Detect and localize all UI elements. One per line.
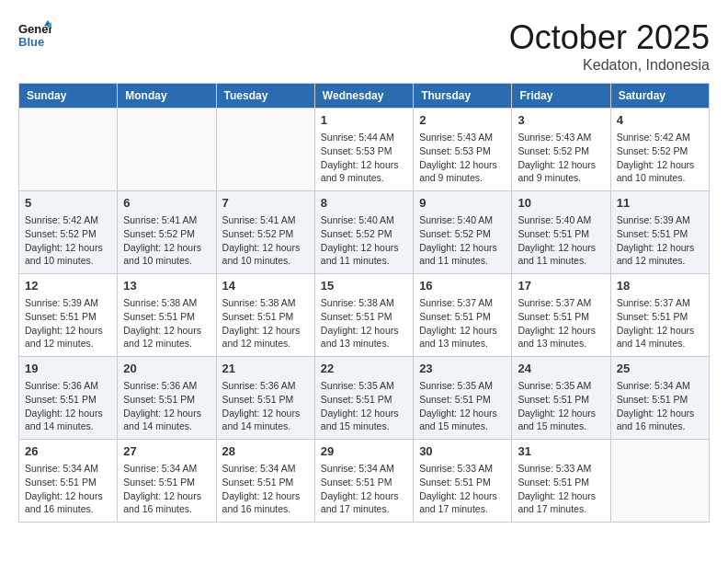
calendar-cell (610, 440, 709, 523)
calendar-cell: 16Sunrise: 5:37 AM Sunset: 5:51 PM Dayli… (414, 274, 512, 357)
day-number: 20 (123, 361, 210, 377)
calendar-cell: 29Sunrise: 5:34 AM Sunset: 5:51 PM Dayli… (314, 440, 413, 523)
day-number: 1 (321, 112, 407, 129)
day-info: Sunrise: 5:36 AM Sunset: 5:51 PM Dayligh… (123, 379, 210, 433)
day-number: 8 (321, 195, 407, 212)
weekday-header: Thursday (414, 84, 512, 109)
calendar-cell (19, 109, 118, 191)
day-info: Sunrise: 5:34 AM Sunset: 5:51 PM Dayligh… (222, 462, 309, 516)
day-number: 4 (617, 112, 703, 129)
calendar-cell: 14Sunrise: 5:38 AM Sunset: 5:51 PM Dayli… (216, 274, 314, 357)
day-info: Sunrise: 5:34 AM Sunset: 5:51 PM Dayligh… (123, 462, 210, 516)
day-info: Sunrise: 5:40 AM Sunset: 5:52 PM Dayligh… (321, 213, 407, 268)
calendar-cell: 25Sunrise: 5:34 AM Sunset: 5:51 PM Dayli… (610, 357, 709, 440)
weekday-header: Monday (118, 84, 216, 109)
day-info: Sunrise: 5:38 AM Sunset: 5:51 PM Dayligh… (123, 296, 210, 350)
calendar-cell: 2Sunrise: 5:43 AM Sunset: 5:53 PM Daylig… (414, 109, 512, 191)
day-info: Sunrise: 5:36 AM Sunset: 5:51 PM Dayligh… (222, 379, 309, 433)
calendar-cell: 31Sunrise: 5:33 AM Sunset: 5:51 PM Dayli… (512, 440, 610, 523)
calendar-cell: 17Sunrise: 5:37 AM Sunset: 5:51 PM Dayli… (512, 274, 610, 357)
calendar-cell: 11Sunrise: 5:39 AM Sunset: 5:51 PM Dayli… (610, 191, 709, 274)
logo: General Blue (18, 18, 51, 52)
day-number: 11 (617, 195, 703, 212)
calendar-cell (118, 109, 216, 191)
calendar-cell: 30Sunrise: 5:33 AM Sunset: 5:51 PM Dayli… (414, 440, 512, 523)
day-number: 31 (518, 443, 604, 460)
calendar-cell (216, 109, 314, 191)
month-title: October 2025 (509, 18, 710, 57)
calendar-cell: 15Sunrise: 5:38 AM Sunset: 5:51 PM Dayli… (314, 274, 413, 357)
day-info: Sunrise: 5:41 AM Sunset: 5:52 PM Dayligh… (123, 213, 210, 268)
day-info: Sunrise: 5:35 AM Sunset: 5:51 PM Dayligh… (419, 379, 506, 433)
day-info: Sunrise: 5:37 AM Sunset: 5:51 PM Dayligh… (419, 296, 506, 350)
calendar-cell: 7Sunrise: 5:41 AM Sunset: 5:52 PM Daylig… (216, 191, 314, 274)
calendar-cell: 18Sunrise: 5:37 AM Sunset: 5:51 PM Dayli… (610, 274, 709, 357)
svg-text:Blue: Blue (18, 35, 44, 49)
page-header: General Blue October 2025 Kedaton, Indon… (18, 18, 710, 74)
day-info: Sunrise: 5:33 AM Sunset: 5:51 PM Dayligh… (518, 462, 604, 516)
calendar-cell: 5Sunrise: 5:42 AM Sunset: 5:52 PM Daylig… (19, 191, 118, 274)
calendar-cell: 13Sunrise: 5:38 AM Sunset: 5:51 PM Dayli… (118, 274, 216, 357)
day-info: Sunrise: 5:40 AM Sunset: 5:51 PM Dayligh… (518, 213, 604, 268)
title-block: October 2025 Kedaton, Indonesia (509, 18, 710, 74)
calendar-cell: 27Sunrise: 5:34 AM Sunset: 5:51 PM Dayli… (118, 440, 216, 523)
day-number: 17 (518, 278, 604, 294)
day-number: 27 (123, 443, 210, 460)
calendar-cell: 6Sunrise: 5:41 AM Sunset: 5:52 PM Daylig… (118, 191, 216, 274)
calendar-cell: 10Sunrise: 5:40 AM Sunset: 5:51 PM Dayli… (512, 191, 610, 274)
day-number: 28 (222, 443, 309, 460)
day-number: 3 (518, 112, 604, 129)
day-number: 13 (123, 278, 210, 294)
day-number: 21 (222, 361, 309, 377)
day-info: Sunrise: 5:35 AM Sunset: 5:51 PM Dayligh… (518, 379, 604, 433)
weekday-header: Sunday (19, 84, 118, 109)
calendar-cell: 28Sunrise: 5:34 AM Sunset: 5:51 PM Dayli… (216, 440, 314, 523)
calendar-week-row: 26Sunrise: 5:34 AM Sunset: 5:51 PM Dayli… (19, 440, 710, 523)
day-number: 15 (321, 278, 407, 294)
day-info: Sunrise: 5:35 AM Sunset: 5:51 PM Dayligh… (321, 379, 407, 433)
calendar-cell: 9Sunrise: 5:40 AM Sunset: 5:52 PM Daylig… (414, 191, 512, 274)
day-number: 5 (25, 195, 111, 212)
day-number: 23 (419, 361, 506, 377)
day-info: Sunrise: 5:44 AM Sunset: 5:53 PM Dayligh… (321, 131, 407, 185)
day-number: 10 (518, 195, 604, 212)
day-info: Sunrise: 5:37 AM Sunset: 5:51 PM Dayligh… (617, 296, 703, 350)
day-info: Sunrise: 5:34 AM Sunset: 5:51 PM Dayligh… (25, 462, 111, 516)
day-info: Sunrise: 5:34 AM Sunset: 5:51 PM Dayligh… (617, 379, 703, 433)
day-number: 24 (518, 361, 604, 377)
day-info: Sunrise: 5:36 AM Sunset: 5:51 PM Dayligh… (25, 379, 111, 433)
day-number: 26 (25, 443, 111, 460)
day-info: Sunrise: 5:39 AM Sunset: 5:51 PM Dayligh… (617, 213, 703, 268)
calendar-table: SundayMondayTuesdayWednesdayThursdayFrid… (18, 83, 710, 523)
calendar-week-row: 5Sunrise: 5:42 AM Sunset: 5:52 PM Daylig… (19, 191, 710, 274)
day-number: 2 (419, 112, 506, 129)
day-number: 19 (25, 361, 111, 377)
day-number: 16 (419, 278, 506, 294)
weekday-header: Tuesday (216, 84, 314, 109)
day-info: Sunrise: 5:43 AM Sunset: 5:53 PM Dayligh… (419, 131, 506, 185)
day-info: Sunrise: 5:38 AM Sunset: 5:51 PM Dayligh… (321, 296, 407, 350)
day-number: 22 (321, 361, 407, 377)
weekday-header: Friday (512, 84, 610, 109)
day-info: Sunrise: 5:42 AM Sunset: 5:52 PM Dayligh… (25, 213, 111, 268)
day-info: Sunrise: 5:39 AM Sunset: 5:51 PM Dayligh… (25, 296, 111, 350)
calendar-cell: 1Sunrise: 5:44 AM Sunset: 5:53 PM Daylig… (314, 109, 413, 191)
calendar-cell: 4Sunrise: 5:42 AM Sunset: 5:52 PM Daylig… (610, 109, 709, 191)
weekday-header-row: SundayMondayTuesdayWednesdayThursdayFrid… (19, 84, 710, 109)
calendar-cell: 26Sunrise: 5:34 AM Sunset: 5:51 PM Dayli… (19, 440, 118, 523)
day-number: 18 (617, 278, 703, 294)
day-number: 29 (321, 443, 407, 460)
day-info: Sunrise: 5:41 AM Sunset: 5:52 PM Dayligh… (222, 213, 309, 268)
day-number: 9 (419, 195, 506, 212)
day-number: 12 (25, 278, 111, 294)
day-info: Sunrise: 5:43 AM Sunset: 5:52 PM Dayligh… (518, 131, 604, 185)
day-number: 6 (123, 195, 210, 212)
day-info: Sunrise: 5:33 AM Sunset: 5:51 PM Dayligh… (419, 462, 506, 516)
calendar-cell: 22Sunrise: 5:35 AM Sunset: 5:51 PM Dayli… (314, 357, 413, 440)
day-info: Sunrise: 5:42 AM Sunset: 5:52 PM Dayligh… (617, 131, 703, 185)
calendar-cell: 3Sunrise: 5:43 AM Sunset: 5:52 PM Daylig… (512, 109, 610, 191)
day-number: 14 (222, 278, 309, 294)
logo-icon: General Blue (18, 18, 51, 52)
weekday-header: Saturday (610, 84, 709, 109)
calendar-week-row: 12Sunrise: 5:39 AM Sunset: 5:51 PM Dayli… (19, 274, 710, 357)
